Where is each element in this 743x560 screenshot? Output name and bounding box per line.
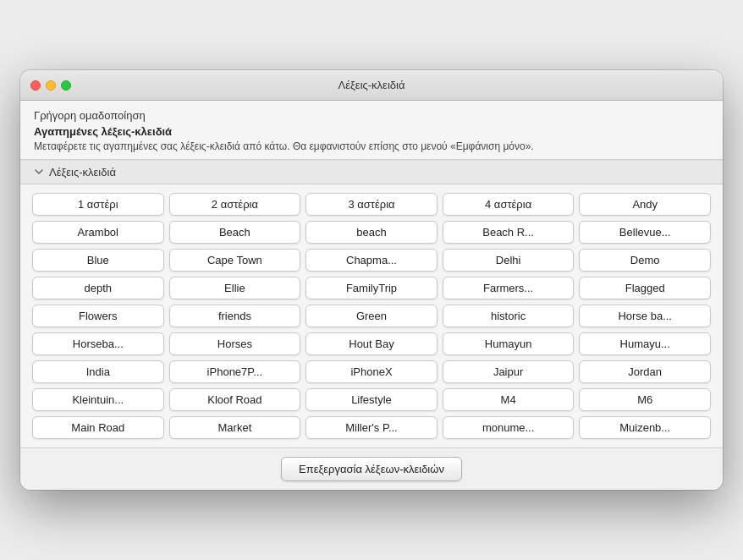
keyword-button[interactable]: Miller's P... bbox=[305, 416, 438, 439]
keyword-button[interactable]: Lifestyle bbox=[305, 388, 438, 411]
keyword-button[interactable]: FamilyTrip bbox=[305, 277, 438, 299]
keyword-button[interactable]: M6 bbox=[579, 388, 711, 411]
edit-keywords-button[interactable]: Επεξεργασία λέξεων-κλειδιών bbox=[281, 457, 462, 481]
keyword-button[interactable]: beach bbox=[305, 221, 438, 244]
traffic-lights bbox=[30, 80, 71, 91]
keyword-button[interactable]: Cape Town bbox=[169, 249, 301, 272]
keyword-button[interactable]: Blue bbox=[32, 249, 164, 272]
keyword-button[interactable]: Main Road bbox=[32, 416, 164, 439]
keyword-button[interactable]: friends bbox=[169, 305, 301, 327]
title-bar: Λέξεις-κλειδιά bbox=[20, 70, 723, 101]
keyword-button[interactable]: Flowers bbox=[32, 305, 164, 327]
favorites-description: Μεταφέρετε τις αγαπημένες σας λέξεις-κλε… bbox=[34, 140, 709, 154]
keyword-button[interactable]: Jaipur bbox=[443, 360, 575, 383]
keyword-button[interactable]: Bellevue... bbox=[579, 221, 711, 244]
quick-group-section: Γρήγορη ομαδοποίηση Αγαπημένες λέξεις-κλ… bbox=[20, 101, 723, 160]
keyword-button[interactable]: Horseba... bbox=[32, 332, 164, 355]
favorites-title: Αγαπημένες λέξεις-κλειδιά bbox=[34, 125, 709, 138]
quick-group-label: Γρήγορη ομαδοποίηση bbox=[34, 109, 709, 122]
chevron-down-icon bbox=[34, 167, 44, 177]
keyword-button[interactable]: India bbox=[32, 360, 164, 383]
keyword-button[interactable]: 1 αστέρι bbox=[32, 193, 164, 216]
keyword-button[interactable]: historic bbox=[443, 305, 575, 327]
keyword-button[interactable]: Kloof Road bbox=[169, 388, 301, 411]
minimize-button[interactable] bbox=[46, 80, 56, 91]
keyword-button[interactable]: Delhi bbox=[443, 249, 575, 272]
keyword-button[interactable]: Arambol bbox=[32, 221, 164, 244]
keyword-button[interactable]: iPhoneX bbox=[305, 360, 438, 383]
keyword-button[interactable]: Flagged bbox=[579, 277, 711, 299]
close-button[interactable] bbox=[30, 80, 41, 91]
keyword-button[interactable]: Beach R... bbox=[443, 221, 575, 244]
keyword-button[interactable]: Chapma... bbox=[305, 249, 438, 272]
keyword-button[interactable]: monume... bbox=[443, 416, 575, 439]
keywords-grid: 1 αστέρι2 αστέρια3 αστέρια4 αστέριαAndyA… bbox=[20, 184, 723, 447]
keyword-button[interactable]: Demo bbox=[579, 249, 711, 272]
keyword-button[interactable]: Humayu... bbox=[579, 332, 711, 355]
keyword-button[interactable]: Humayun bbox=[443, 332, 575, 355]
keyword-button[interactable]: Muizenb... bbox=[579, 416, 711, 439]
main-window: Λέξεις-κλειδιά Γρήγορη ομαδοποίηση Αγαπη… bbox=[20, 70, 723, 490]
content-area: Γρήγορη ομαδοποίηση Αγαπημένες λέξεις-κλ… bbox=[20, 101, 723, 490]
footer: Επεξεργασία λέξεων-κλειδιών bbox=[20, 447, 723, 490]
keyword-button[interactable]: Horse ba... bbox=[579, 305, 711, 327]
keyword-button[interactable]: Kleintuin... bbox=[32, 388, 164, 411]
keyword-button[interactable]: depth bbox=[32, 277, 164, 299]
keyword-button[interactable]: Jordan bbox=[579, 360, 711, 383]
keywords-section-header: Λέξεις-κλειδιά bbox=[20, 160, 723, 184]
keyword-button[interactable]: Beach bbox=[169, 221, 301, 244]
keyword-button[interactable]: Ellie bbox=[169, 277, 301, 299]
window-title: Λέξεις-κλειδιά bbox=[338, 79, 405, 91]
keyword-button[interactable]: Market bbox=[169, 416, 301, 439]
keyword-button[interactable]: iPhone7P... bbox=[169, 360, 301, 383]
keyword-button[interactable]: Green bbox=[305, 305, 438, 327]
keyword-button[interactable]: 4 αστέρια bbox=[443, 193, 575, 216]
maximize-button[interactable] bbox=[61, 80, 71, 91]
keyword-button[interactable]: Farmers... bbox=[443, 277, 575, 299]
keyword-button[interactable]: Horses bbox=[169, 332, 301, 355]
keyword-button[interactable]: M4 bbox=[443, 388, 575, 411]
keyword-button[interactable]: 2 αστέρια bbox=[169, 193, 301, 216]
keywords-section-label: Λέξεις-κλειδιά bbox=[49, 166, 116, 178]
keyword-button[interactable]: Hout Bay bbox=[305, 332, 438, 355]
keyword-button[interactable]: Andy bbox=[579, 193, 711, 216]
keyword-button[interactable]: 3 αστέρια bbox=[305, 193, 438, 216]
